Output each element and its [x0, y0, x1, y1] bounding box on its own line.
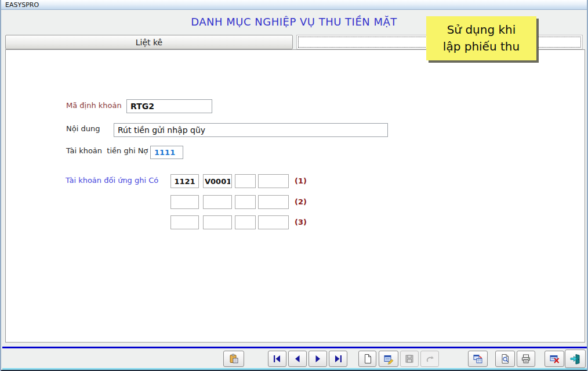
delete-icon	[549, 354, 560, 364]
note-tooltip: Sử dụng khi lập phiếu thu	[426, 16, 536, 60]
noi-dung-label: Nội dung	[66, 124, 100, 133]
exit-door-icon	[569, 353, 581, 365]
credit-row2-tag: (2)	[295, 197, 307, 206]
note-line-1: Sử dụng khi	[447, 21, 516, 38]
title-bar[interactable]: EASYSPRO	[1, 0, 587, 10]
tai-khoan-co-label: Tài khoản đối ứng ghi Có	[66, 176, 158, 185]
nav-last-icon	[333, 354, 343, 364]
credit-row2-cell2[interactable]	[203, 195, 232, 209]
credit-row3-cell3[interactable]	[235, 215, 256, 229]
paste-button[interactable]	[223, 351, 244, 367]
credit-row3-cell4[interactable]	[258, 215, 289, 229]
undo-icon	[424, 354, 435, 364]
credit-row1-cell2[interactable]	[203, 174, 232, 188]
credit-row3-tag: (3)	[295, 218, 307, 226]
copy-icon	[473, 354, 483, 364]
nav-first-icon	[272, 354, 282, 364]
print-preview-button[interactable]	[495, 351, 515, 367]
new-document-icon	[362, 354, 373, 364]
credit-row2-cell3[interactable]	[235, 195, 256, 209]
new-record-button[interactable]	[358, 351, 376, 367]
credit-row1-cell4[interactable]	[258, 174, 289, 188]
edit-icon	[383, 354, 394, 365]
copy-record-button[interactable]	[468, 351, 488, 367]
printer-icon	[521, 354, 531, 364]
credit-row2-cell1[interactable]	[170, 195, 199, 209]
window-title: EASYSPRO	[5, 1, 39, 9]
tai-khoan-no-field[interactable]	[150, 146, 183, 159]
credit-row3-cell1[interactable]	[170, 215, 199, 229]
tai-khoan-no-label: Tài khoản tiền ghi Nợ	[66, 146, 148, 155]
app-window: EASYSPRO DANH MỤC NGHIỆP VỤ THU TIỀN MẶT…	[0, 0, 588, 371]
noi-dung-field[interactable]	[114, 123, 388, 137]
toolbar-separator-line	[2, 347, 588, 348]
credit-row1-tag: (1)	[295, 177, 307, 185]
tab-liet-ke-label: Liệt kê	[136, 38, 162, 47]
undo-button[interactable]	[420, 351, 439, 367]
print-button[interactable]	[517, 351, 535, 367]
content-panel	[5, 49, 585, 343]
last-record-button[interactable]	[329, 351, 347, 367]
exit-button[interactable]	[565, 350, 586, 368]
previous-record-button[interactable]	[288, 351, 307, 367]
ma-dinh-khoan-field[interactable]	[126, 99, 212, 113]
nav-next-icon	[313, 354, 323, 364]
note-line-2: lập phiếu thu	[443, 38, 520, 55]
save-record-button[interactable]	[400, 351, 419, 367]
edit-record-button[interactable]	[379, 351, 398, 367]
ma-dinh-khoan-label: Mã định khoản	[66, 101, 122, 110]
paste-icon	[228, 354, 239, 364]
preview-icon	[500, 354, 510, 364]
tab-liet-ke[interactable]: Liệt kê	[5, 35, 293, 49]
credit-row1-cell1[interactable]	[170, 174, 199, 188]
next-record-button[interactable]	[308, 351, 327, 367]
first-record-button[interactable]	[268, 351, 286, 367]
credit-row3-cell2[interactable]	[203, 215, 232, 229]
credit-row1-cell3[interactable]	[235, 174, 256, 188]
save-icon	[404, 354, 415, 364]
nav-prev-icon	[292, 354, 303, 364]
delete-record-button[interactable]	[545, 351, 564, 367]
credit-row2-cell4[interactable]	[258, 195, 289, 209]
